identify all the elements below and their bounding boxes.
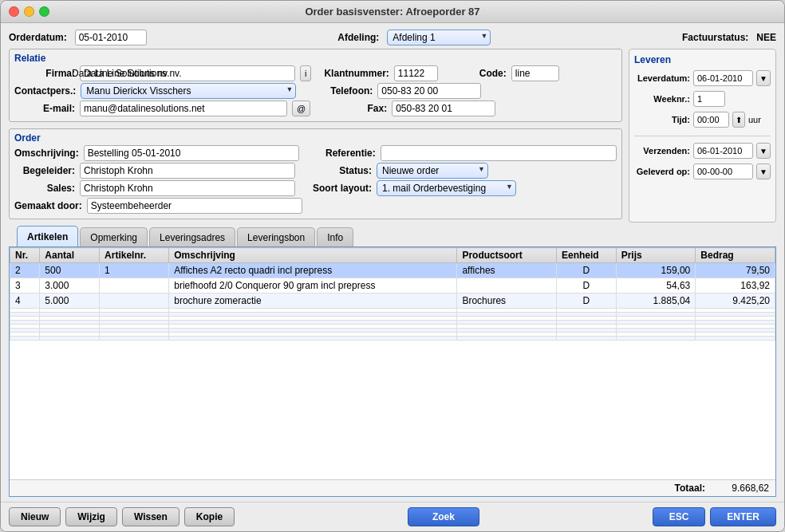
begeleider-input[interactable] [80,163,295,179]
col-header-aantal: Aantal [40,248,100,263]
tab-opmerking[interactable]: Opmerking [80,227,148,246]
window-title: Order basisvenster: Afroeporder 87 [305,6,479,18]
cell-aantal: 500 [40,263,100,278]
leverdatum-label: Leverdatum: [634,73,690,83]
firma-label: Firma: [14,68,75,79]
leverdatum-cal-btn[interactable]: ▼ [756,70,771,86]
afdeling-dropdown[interactable]: Afdeling 1 [387,30,491,45]
table-row[interactable]: 2 500 1 Affiches A2 recto quadri incl pr… [10,263,775,278]
tabs-area: Artikelen Opmerking Leveringsadres Lever… [9,226,776,497]
email-input[interactable] [80,100,287,116]
sales-row: Sales: Soort layout: 1. mail Orderbevest… [14,180,617,196]
geleverd-op-input[interactable] [693,164,753,179]
klantnummer-input[interactable] [394,65,438,81]
status-label: Status: [308,165,372,176]
afdeling-label: Afdeling: [337,32,379,43]
fax-input[interactable] [392,100,495,116]
sales-input[interactable] [80,180,295,196]
weeknr-input[interactable] [693,91,725,107]
tab-leveringsbon[interactable]: Leveringsbon [237,227,315,246]
cell-aantal: 3.000 [40,278,100,294]
omschrijving-label: Omschrijving: [14,148,79,159]
footer-left-buttons: Nieuw Wijzig Wissen Kopie [9,507,235,526]
title-bar: Order basisvenster: Afroeporder 87 [1,1,784,23]
gemaakt-door-input[interactable] [87,198,302,214]
col-header-eenheid: Eenheid [556,248,616,263]
leveren-section-header: Leveren [634,54,771,65]
tab-info[interactable]: Info [317,227,353,246]
uur-label: uur [748,115,761,124]
referentie-label: Referentie: [312,148,376,159]
gemaakt-door-label: Gemaakt door: [14,200,82,211]
leverdatum-input[interactable] [693,70,753,86]
cell-bedrag: 79,50 [696,263,775,278]
tijd-spin-btn[interactable]: ⬆ [732,112,745,128]
begeleider-row: Begeleider: Status: Nieuwe order [14,163,617,179]
cell-nr: 2 [10,263,40,278]
cell-omschrijving: briefhoofd 2/0 Conqueror 90 gram incl pr… [169,278,457,294]
verzenden-input[interactable] [693,143,753,159]
omschrijving-input[interactable] [84,145,299,161]
minimize-button[interactable] [24,6,34,17]
code-input[interactable] [511,65,559,81]
cell-omschrijving: Affiches A2 recto quadri incl prepress [169,263,457,278]
nieuw-button[interactable]: Nieuw [9,507,61,526]
tijd-label: Tijd: [634,115,690,124]
firma-input[interactable] [80,65,295,81]
main-window: Order basisvenster: Afroeporder 87 Order… [0,0,785,532]
geleverd-op-cal-btn[interactable]: ▼ [756,164,771,179]
omschrijving-row: Omschrijving: Referentie: [14,145,617,161]
wissen-button[interactable]: Wissen [122,507,179,526]
top-row: Orderdatum: Afdeling: Afdeling 1 Factuur… [9,30,776,45]
close-button[interactable] [9,6,19,17]
soort-layout-dropdown[interactable]: 1. mail Orderbevestiging [377,180,516,196]
cell-nr: 4 [10,294,40,309]
begeleider-label: Begeleider: [14,165,75,176]
contactpers-row: Contactpers.: Manu Dierickx Visschers Te… [14,83,617,99]
esc-button[interactable]: ESC [653,507,706,526]
relatie-section-header: Relatie [14,53,617,64]
cell-bedrag: 9.425,20 [696,294,775,309]
maximize-button[interactable] [39,6,49,17]
content-area: Orderdatum: Afdeling: Afdeling 1 Factuur… [1,23,784,502]
email-btn[interactable]: @ [292,100,310,116]
table-row[interactable]: 4 5.000 brochure zomeractie Brochures D … [10,294,775,309]
cell-prijs: 159,00 [616,263,696,278]
contactpers-label: Contactpers.: [14,85,76,97]
cell-productsoort: Brochures [457,294,557,309]
email-label: E-mail: [14,103,75,114]
code-label: Code: [443,68,507,79]
enter-button[interactable]: ENTER [710,507,776,526]
cell-omschrijving: brochure zomeractie [169,294,457,309]
weeknr-row: Weeknr.: [634,91,771,107]
wijzig-button[interactable]: Wijzig [65,507,117,526]
klantnummer-label: Klantnummer: [324,68,389,79]
verzenden-row: Verzenden: ▼ [634,143,771,159]
firma-row: Firma: Data Line Solutions nv. i Klantnu… [14,65,617,81]
zoek-button[interactable]: Zoek [408,507,479,526]
verzenden-cal-btn[interactable]: ▼ [756,143,771,159]
cell-artikelnr: 1 [100,263,169,278]
email-row: E-mail: @ Fax: [14,100,617,116]
kopie-button[interactable]: Kopie [184,507,235,526]
firma-info-btn[interactable]: i [300,65,311,81]
relatie-section: Relatie Firma: Data Line Solutions nv. i… [9,49,622,122]
status-dropdown[interactable]: Nieuwe order [377,163,488,179]
table-row-empty [10,337,775,341]
telefoon-input[interactable] [377,83,481,99]
referentie-input[interactable] [381,145,617,161]
tab-artikelen[interactable]: Artikelen [17,226,78,246]
table-row[interactable]: 3 3.000 briefhoofd 2/0 Conqueror 90 gram… [10,278,775,294]
orderdatum-input[interactable] [75,30,147,45]
totals-row: Totaal: 9.668,62 [10,479,775,496]
cell-prijs: 1.885,04 [616,294,696,309]
geleverd-op-label: Geleverd op: [634,167,690,176]
telefoon-label: Telefoon: [309,85,373,97]
order-section-header: Order [14,132,617,144]
tabs-header: Artikelen Opmerking Leveringsadres Lever… [9,226,776,246]
factuurstatus-label: Factuurstatus: [682,32,748,43]
tijd-input[interactable] [693,112,729,128]
contactpers-dropdown[interactable]: Manu Dierickx Visschers [81,83,296,99]
tab-leveringsadres[interactable]: Leveringsadres [149,227,235,246]
cell-prijs: 54,63 [616,278,696,294]
